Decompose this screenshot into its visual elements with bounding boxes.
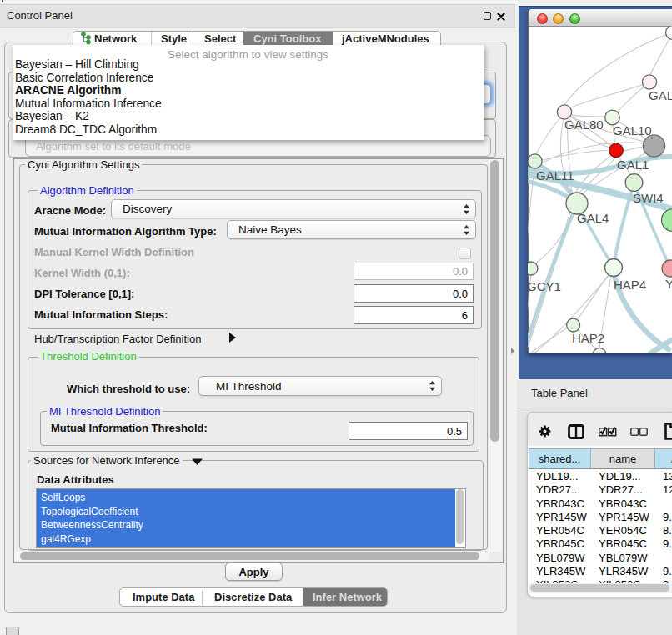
svg-text:SWI4: SWI4 (633, 191, 664, 205)
svg-text:HAP4: HAP4 (614, 278, 646, 292)
svg-text:GAL80: GAL80 (564, 118, 604, 132)
svg-text:HAP2: HAP2 (572, 331, 604, 345)
svg-text:GAL11: GAL11 (536, 168, 574, 182)
svg-text:GAL10: GAL10 (613, 123, 652, 138)
svg-text:GCY1: GCY1 (528, 279, 561, 293)
svg-text:GAL7: GAL7 (649, 88, 672, 102)
svg-text:Y: Y (665, 277, 672, 291)
svg-text:GAL4: GAL4 (577, 211, 609, 225)
svg-text:GAL1: GAL1 (617, 158, 649, 172)
